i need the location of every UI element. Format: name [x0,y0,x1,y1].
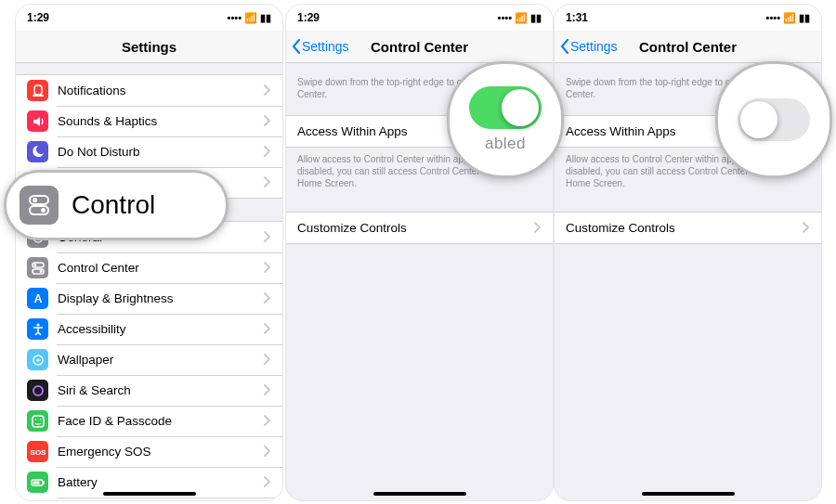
chevron-right-icon [264,83,271,99]
status-right: ••••📶▮▮ [764,11,810,24]
zoom-toggle-off [715,61,832,178]
chevron-right-icon [264,291,271,307]
svg-text:A: A [33,292,42,305]
row-label: Notifications [58,84,264,97]
zoom-toggle-on: abled [447,61,564,178]
status-right: ••••📶▮▮ [495,11,542,24]
svg-rect-0 [34,85,42,95]
settings-row-faceid[interactable]: Face ID & Passcode [16,406,282,436]
status-bar: 1:29 ••••📶▮▮ [286,5,553,31]
settings-row-sos[interactable]: SOSEmergency SOS [16,436,282,467]
chevron-right-icon [264,352,271,368]
back-button[interactable]: Settings [560,39,618,54]
control-icon [27,257,48,278]
settings-row-sounds[interactable]: Sounds & Haptics [16,106,282,136]
settings-row-notifications[interactable]: Notifications [16,75,282,106]
customize-controls-row[interactable]: Customize Controls [286,213,553,243]
chevron-right-icon [264,413,271,430]
chevron-right-icon [264,382,271,399]
status-time: 1:31 [566,11,588,24]
svg-point-13 [33,386,43,395]
control-center-icon [20,186,59,225]
display-icon: A [27,288,48,309]
faceid-icon [27,410,48,432]
chevron-right-icon [264,474,271,491]
chevron-right-icon [264,144,271,161]
status-bar: 1:31 ••••📶▮▮ [555,5,821,31]
wallpaper-icon [27,349,48,370]
toggle-switch-large [738,98,810,141]
zoom-label: Control [72,190,155,220]
home-indicator[interactable] [642,492,735,496]
svg-point-28 [41,208,46,213]
row-label: Siri & Search [58,383,264,397]
settings-row-wallpaper[interactable]: Wallpaper [16,344,282,375]
settings-row-accessibility[interactable]: Accessibility [16,314,282,344]
customize-controls-row[interactable]: Customize Controls [555,213,821,243]
svg-text:SOS: SOS [30,448,46,457]
battery-icon [27,472,48,493]
row-label: Face ID & Passcode [58,414,264,428]
zoom-subtext: abled [485,135,526,153]
settings-row-dnd[interactable]: Do Not Disturb [16,136,282,167]
settings-row-siri[interactable]: Siri & Search [16,375,282,406]
svg-point-10 [36,323,39,326]
svg-point-16 [39,419,41,420]
chevron-right-icon [264,260,271,277]
back-label: Settings [570,39,618,54]
svg-rect-20 [33,481,39,484]
siri-icon [27,380,48,401]
home-indicator[interactable] [373,492,466,496]
chevron-right-icon [534,220,542,237]
nav-bar: Settings Control Center [286,31,553,63]
row-label: Control Center [58,261,264,275]
row-label: Emergency SOS [58,445,264,459]
status-bar: 1:29 ••••📶▮▮ [16,5,282,31]
status-time: 1:29 [297,11,320,24]
status-right: ••••📶▮▮ [225,11,271,24]
chevron-right-icon [264,113,271,130]
dnd-icon [27,141,48,162]
row-label: Display & Brightness [58,291,264,305]
svg-point-6 [33,264,36,266]
svg-point-12 [36,358,39,361]
row-label: Sounds & Haptics [58,114,264,128]
settings-row-privacy[interactable]: Privacy [16,498,282,501]
nav-title: Settings [122,39,176,55]
row-label: Customize Controls [566,221,803,235]
svg-point-8 [39,270,42,273]
nav-title: Control Center [639,39,737,55]
chevron-right-icon [264,174,271,191]
accessibility-icon [27,318,48,340]
notifications-icon [27,80,48,101]
chevron-right-icon [264,444,271,460]
row-label: Accessibility [58,322,264,336]
chevron-right-icon [264,229,271,246]
row-label: Customize Controls [297,221,534,235]
status-time: 1:29 [27,11,49,24]
chevron-right-icon [264,321,271,338]
nav-bar: Settings [16,31,282,63]
row-label: Battery [58,475,264,489]
svg-rect-14 [33,416,44,427]
sounds-icon [27,110,48,132]
phone-settings: 1:29 ••••📶▮▮ Settings NotificationsSound… [15,4,283,501]
nav-title: Control Center [371,39,468,55]
settings-row-display[interactable]: ADisplay & Brightness [16,283,282,314]
settings-row-control[interactable]: Control Center [16,252,282,283]
sos-icon: SOS [27,441,48,462]
svg-point-15 [34,419,36,420]
home-indicator[interactable] [103,492,196,496]
row-label: Wallpaper [58,353,264,367]
back-button[interactable]: Settings [292,39,349,54]
svg-rect-19 [43,481,45,484]
toggle-switch-large [469,86,542,129]
back-label: Settings [302,39,349,54]
zoom-control-center-row: Control [4,170,229,240]
svg-rect-1 [33,95,44,97]
svg-point-26 [33,198,37,202]
row-label: Do Not Disturb [58,145,264,159]
chevron-right-icon [803,220,810,237]
nav-bar: Settings Control Center [555,31,821,63]
